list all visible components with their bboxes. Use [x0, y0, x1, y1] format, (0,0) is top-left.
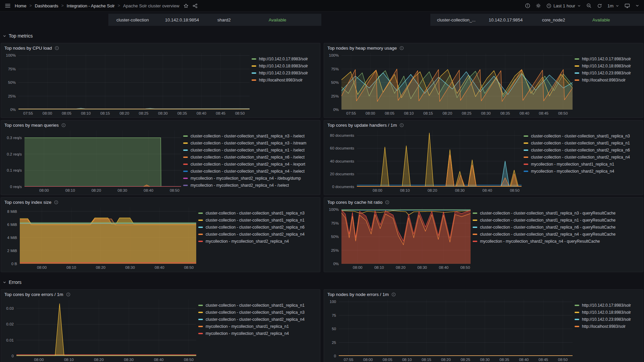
menu-icon[interactable]	[5, 3, 11, 9]
plot-area[interactable]	[339, 300, 573, 356]
series-color-marker	[575, 319, 579, 320]
panel-title[interactable]: Top cores by core errors / 1m	[4, 292, 63, 297]
tv-kiosk-icon[interactable]	[625, 3, 630, 8]
plot-area[interactable]	[24, 130, 181, 187]
node-errors-chart: 1007550250 07:5508:0008:0508:1008:1508:2…	[326, 300, 573, 362]
legend-item[interactable]: http://10.142.0.18:8983/solr	[575, 309, 640, 316]
legend-label: cluster-collection - cluster-collection_…	[191, 155, 305, 160]
panel-title[interactable]: Top cores by index size	[4, 200, 51, 205]
legend-item[interactable]: mycollection - mycollection_shard2_repli…	[473, 238, 640, 245]
legend-item[interactable]: cluster-collection - cluster-collection_…	[198, 209, 317, 217]
legend-item[interactable]: cluster-collection - cluster-collection_…	[183, 161, 317, 168]
plot-area[interactable]	[341, 207, 471, 264]
y-axis-labels: 80 documents60 documents40 documents20 d…	[326, 130, 357, 187]
info-icon[interactable]	[385, 200, 389, 204]
breadcrumb-folder[interactable]: Integration - Apache Solr	[67, 3, 115, 8]
legend-item[interactable]: cluster-collection - cluster-collection_…	[524, 154, 640, 161]
section-header-top-metrics[interactable]: Top metrics	[0, 32, 644, 40]
legend-item[interactable]: cluster-collection - cluster-collection_…	[473, 209, 640, 217]
breadcrumb-home[interactable]: Home	[15, 3, 26, 8]
plot-area[interactable]	[357, 130, 522, 187]
breadcrumb-separator: >	[61, 3, 64, 8]
legend-item[interactable]: http://10.142.0.23:8983/solr	[575, 316, 640, 323]
zoom-out-icon[interactable]	[586, 3, 592, 8]
star-icon[interactable]	[183, 3, 189, 8]
legend-item[interactable]: cluster-collection - cluster-collection_…	[198, 231, 317, 238]
legend-item[interactable]: http://localhost:8983/solr	[575, 76, 640, 83]
legend-item[interactable]: http://10.142.0.23:8983/solr	[252, 69, 317, 76]
legend-item[interactable]: cluster-collection - cluster-collection_…	[183, 132, 317, 139]
legend-item[interactable]: http://localhost:8983/solr	[575, 323, 640, 330]
x-tick-label: 08:00	[366, 111, 375, 115]
info-icon[interactable]	[54, 200, 58, 204]
legend-item[interactable]: http://10.142.0.18:8983/solr	[575, 62, 640, 69]
legend-item[interactable]: cluster-collection - cluster-collection_…	[473, 224, 640, 231]
info-icon[interactable]	[399, 46, 404, 50]
legend-item[interactable]: mycollection - mycollection_shard1_repli…	[524, 161, 640, 168]
legend-label: mycollection - mycollection_shard2_repli…	[206, 331, 289, 336]
legend-item[interactable]: cluster-collection - cluster-collection_…	[473, 231, 640, 238]
legend-item[interactable]: cluster-collection - cluster-collection_…	[524, 139, 640, 146]
panel-title[interactable]: Top cores by mean queries	[4, 123, 59, 128]
info-icon[interactable]	[399, 123, 404, 127]
info-icon[interactable]	[55, 46, 59, 50]
legend-item[interactable]: mycollection - mycollection_shard2_repli…	[183, 182, 317, 189]
info-circle-icon[interactable]	[525, 3, 530, 8]
info-icon[interactable]	[61, 123, 66, 127]
legend-item[interactable]: cluster-collection - cluster-collection_…	[183, 146, 317, 154]
legend-item[interactable]: http://10.142.0.17:8983/solr	[575, 302, 640, 309]
legend-item[interactable]: cluster-collection - cluster-collection_…	[524, 132, 640, 139]
breadcrumb-dashboards[interactable]: Dashboards	[35, 3, 58, 8]
panel-title[interactable]: Top nodes by CPU load	[4, 46, 52, 51]
legend-item[interactable]: mycollection - mycollection_shard2_repli…	[198, 238, 317, 245]
refresh-icon[interactable]	[597, 3, 602, 8]
y-tick-label: 0 req/s	[10, 185, 22, 189]
legend-item[interactable]: http://localhost:8983/solr	[252, 76, 317, 83]
share-icon[interactable]	[193, 3, 198, 8]
legend-item[interactable]: mycollection - mycollection_shard2_repli…	[198, 330, 317, 337]
plot-area[interactable]	[16, 300, 196, 356]
index-size-chart: 8 MiB6 MiB4 MiB2 MiB0 B 08:0008:1008:200…	[3, 207, 196, 270]
x-tick-label: 08:40	[197, 111, 206, 115]
gear-icon[interactable]	[536, 3, 541, 8]
legend-item[interactable]: cluster-collection - cluster-collection_…	[183, 139, 317, 146]
legend-item[interactable]: cluster-collection - cluster-collection_…	[183, 154, 317, 161]
legend-label: cluster-collection - cluster-collection_…	[531, 148, 630, 153]
legend-item[interactable]: mycollection - mycollection_shard1_repli…	[198, 323, 317, 330]
refresh-interval-dropdown[interactable]: 1m	[607, 3, 619, 8]
legend-label: http://localhost:8983/solr	[582, 324, 626, 329]
legend-item[interactable]: cluster-collection - cluster-collection_…	[198, 309, 317, 316]
plot-area[interactable]	[20, 207, 196, 264]
panel-title[interactable]: Top cores by update handlers / 1m	[327, 123, 397, 128]
plot-area[interactable]	[18, 53, 250, 110]
legend-item[interactable]: mycollection - mycollection_shard2_repli…	[183, 175, 317, 182]
legend-item[interactable]: cluster-collection - cluster-collection_…	[473, 217, 640, 224]
legend-item[interactable]: http://10.142.0.17:8983/solr	[575, 55, 640, 62]
legend-item[interactable]: cluster-collection - cluster-collection_…	[183, 168, 317, 175]
legend: cluster-collection - cluster-collection_…	[198, 207, 317, 270]
legend-item[interactable]: cluster-collection - cluster-collection_…	[198, 316, 317, 323]
section-header-errors[interactable]: Errors	[0, 278, 644, 287]
panel-title[interactable]: Top cores by cache hit ratio	[327, 200, 382, 205]
info-icon[interactable]	[391, 292, 396, 297]
legend-item[interactable]: cluster-collection - cluster-collection_…	[524, 146, 640, 154]
legend-item[interactable]: http://10.142.0.23:8983/solr	[575, 69, 640, 76]
info-icon[interactable]	[66, 292, 70, 297]
x-tick-label: 08:10	[400, 188, 410, 192]
legend-item[interactable]: cluster-collection - cluster-collection_…	[198, 302, 317, 309]
chevron-down-icon[interactable]	[635, 4, 639, 8]
legend-item[interactable]: mycollection - mycollection_shard2_repli…	[524, 168, 640, 175]
top-metrics-panel-grid: Top nodes by CPU load 100%75%50%25%0% 07…	[0, 43, 644, 272]
legend-item[interactable]: http://10.142.0.18:8983/solr	[252, 62, 317, 69]
panel-title[interactable]: Top nodes by heap memory usage	[327, 46, 397, 51]
legend-item[interactable]: cluster-collection - cluster-collection_…	[198, 224, 317, 231]
panel-title[interactable]: Top nodes by node errors / 1m	[327, 292, 389, 297]
legend-item[interactable]: cluster-collection - cluster-collection_…	[198, 217, 317, 224]
plot-area[interactable]	[341, 53, 573, 110]
legend: http://10.142.0.17:8983/solrhttp://10.14…	[575, 53, 640, 116]
legend-item[interactable]: http://10.142.0.17:8983/solr	[252, 55, 317, 62]
legend-label: cluster-collection - cluster-collection_…	[206, 232, 305, 237]
time-range-picker[interactable]: Last 1 hour	[546, 3, 581, 8]
breadcrumb-current-dashboard[interactable]: Apache Solr cluster overview	[123, 3, 179, 8]
y-tick-label: 80 documents	[330, 133, 354, 137]
